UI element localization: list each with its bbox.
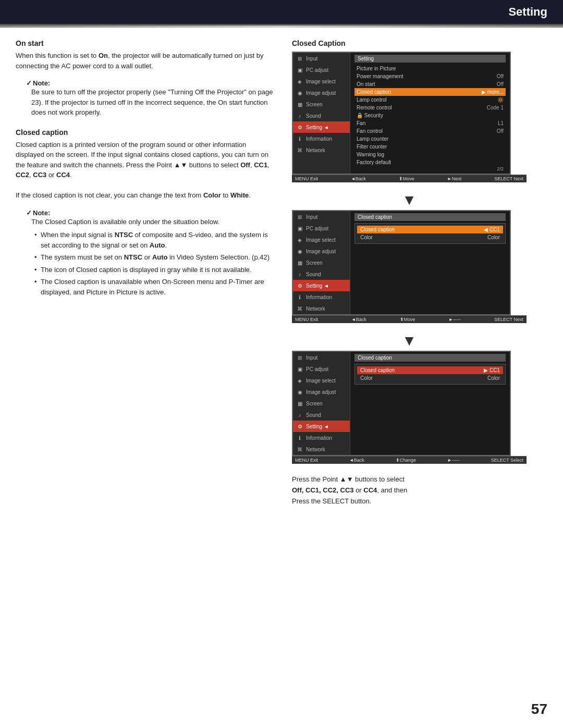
setting-icon: ⚙ xyxy=(296,124,303,131)
pc-adjust-icon: ▣ xyxy=(296,66,303,73)
network-icon-1: ⌘ xyxy=(296,146,303,154)
press-note-line2: Off xyxy=(292,486,302,494)
sidebar-network-1: ⌘Network xyxy=(293,144,350,156)
osd-section-1: Closed Caption ⊞Input ▣PC adjust ◈Image … xyxy=(292,39,527,182)
osd-row-security: 🔒 Security xyxy=(354,112,506,119)
sidebar-setting-active-2: ⚙Setting ◄ xyxy=(293,280,350,291)
sidebar-image-select-2: ◈Image select xyxy=(293,234,350,245)
osd-row-on-start: On startOff xyxy=(354,80,506,88)
footer-move-3: ⬆Change xyxy=(396,458,417,463)
sidebar-screen-3: ▦Screen xyxy=(293,398,350,409)
osd-row-fan: FanL1 xyxy=(354,119,506,127)
osd-content-title-3: Closed caption xyxy=(354,354,506,362)
osd-row-fan-control: Fan controlOff xyxy=(354,127,506,135)
sidebar-image-select-3: ◈Image select xyxy=(293,375,350,386)
image-adjust-icon: ◉ xyxy=(296,89,303,96)
sidebar-information-3: ℹInformation xyxy=(293,432,350,443)
bullet-2: The system must be set on NTSC or Auto i… xyxy=(34,252,276,263)
page-title: Setting xyxy=(508,5,547,18)
header-bar xyxy=(0,26,563,28)
osd-row-power: Power managementOff xyxy=(354,72,506,80)
footer-next-3: ►----- xyxy=(447,458,460,463)
note2-intro: The Closed Caption is available only und… xyxy=(31,217,276,227)
bullet-3: The icon of Closed caption is displayed … xyxy=(34,265,276,275)
osd-submenu-closed-caption-3: Closed caption▶ CC1 xyxy=(357,366,503,374)
on-start-note-body: Be sure to turn off the projector proper… xyxy=(31,87,276,118)
osd-row-factory-default: Factory default xyxy=(354,158,506,166)
osd-content-title-1: Setting xyxy=(354,55,506,63)
sidebar-screen-2: ▦Screen xyxy=(293,257,350,268)
osd-row-filter-counter: Filter counter xyxy=(354,143,506,151)
sidebar-image-adjust-2: ◉Image adjust xyxy=(293,245,350,257)
bullet-1: When the input signal is NTSC of composi… xyxy=(34,230,276,250)
footer-back-2: ◄Back xyxy=(351,317,366,322)
sidebar-network-2: ⌘Network xyxy=(293,303,350,314)
sidebar-sound: ♪Sound xyxy=(293,110,350,121)
osd-row-pip: Picture in Picture xyxy=(354,65,506,72)
sidebar-pc-adjust-2: ▣PC adjust xyxy=(293,223,350,234)
bullet-4: The Closed caption is unavailable when O… xyxy=(34,277,276,297)
osd-footer-1: MENU Exit ◄Back ⬆Move ►Next SELECT Next xyxy=(292,175,527,182)
footer-move-2: ⬆Move xyxy=(400,317,415,322)
notes-bullet-list: When the input signal is NTSC of composi… xyxy=(34,230,276,297)
press-note-line3: Press the SELECT button. xyxy=(292,497,371,505)
footer-exit-2: MENU Exit xyxy=(295,317,318,322)
sidebar-information: ℹInformation xyxy=(293,133,350,144)
osd-row-lamp-counter: Lamp counter xyxy=(354,135,506,143)
page-number: 57 xyxy=(531,701,547,718)
footer-select-3: SELECT Select xyxy=(491,458,523,463)
sidebar-pc-adjust-3: ▣PC adjust xyxy=(293,363,350,375)
footer-back-1: ◄Back xyxy=(351,176,366,181)
sidebar-network-3: ⌘Network xyxy=(293,443,350,455)
on-start-body: When this function is set to On, the pro… xyxy=(16,51,276,71)
footer-exit-3: MENU Exit xyxy=(295,458,318,463)
osd-submenu-3: Closed caption▶ CC1 ColorColor xyxy=(354,364,506,385)
osd-footer-3: MENU Exit ◄Back ⬆Change ►----- SELECT Se… xyxy=(292,456,527,464)
osd-submenu-2: Closed caption◀ CC1 ColorColor xyxy=(354,223,506,244)
osd-section-3: ⊞Input ▣PC adjust ◈Image select ◉Image a… xyxy=(292,351,527,464)
osd-submenu-closed-caption: Closed caption◀ CC1 xyxy=(357,226,503,233)
press-note: Press the Point ▲▼ buttons to select Off… xyxy=(292,474,527,507)
closed-caption-body: Closed caption is a printed version of t… xyxy=(16,140,276,201)
input-icon: ⊞ xyxy=(296,55,303,62)
osd-content-3: Closed caption Closed caption▶ CC1 Color… xyxy=(350,352,510,455)
sidebar-screen: ▦Screen xyxy=(293,98,350,110)
osd-submenu-color-3: ColorColor xyxy=(357,374,503,382)
osd-sidebar-1: ⊞Input ▣PC adjust ◈Image select ◉Image a… xyxy=(293,53,350,174)
osd-content-2: Closed caption Closed caption◀ CC1 Color… xyxy=(350,211,510,314)
sidebar-input: ⊞Input xyxy=(293,53,350,64)
page-header: Setting xyxy=(0,0,563,26)
footer-exit-1: MENU Exit xyxy=(295,176,318,181)
sidebar-image-select: ◈Image select xyxy=(293,76,350,87)
sidebar-information-2: ℹInformation xyxy=(293,291,350,303)
osd-content-title-2: Closed caption xyxy=(354,213,506,221)
sidebar-pc-adjust: ▣PC adjust xyxy=(293,64,350,76)
right-column: Closed Caption ⊞Input ▣PC adjust ◈Image … xyxy=(292,39,527,507)
sidebar-sound-2: ♪Sound xyxy=(293,268,350,280)
sidebar-image-adjust: ◉Image adjust xyxy=(293,87,350,98)
osd-row-remote: Remote controlCode 1 xyxy=(354,104,506,112)
osd-menu-2: ⊞Input ▣PC adjust ◈Image select ◉Image a… xyxy=(292,210,511,315)
osd-sidebar-2: ⊞Input ▣PC adjust ◈Image select ◉Image a… xyxy=(293,211,350,314)
osd-row-warning-log: Warning log xyxy=(354,151,506,158)
on-start-note-title: Note: xyxy=(26,79,276,87)
osd-sidebar-3: ⊞Input ▣PC adjust ◈Image select ◉Image a… xyxy=(293,352,350,455)
osd-content-1: Setting Picture in Picture Power managem… xyxy=(350,53,510,174)
footer-back-3: ◄Back xyxy=(349,458,364,463)
footer-select-2: SELECT Next xyxy=(494,317,523,322)
note2-title: Note: xyxy=(26,209,276,217)
footer-move-1: ⬆Move xyxy=(399,176,414,181)
closed-caption-note: Note: The Closed Caption is available on… xyxy=(26,209,276,298)
osd-submenu-color: ColorColor xyxy=(357,233,503,241)
footer-next-2: ►----- xyxy=(448,317,461,322)
osd-menu-1: ⊞Input ▣PC adjust ◈Image select ◉Image a… xyxy=(292,52,511,175)
footer-next-1: ►Next xyxy=(447,176,461,181)
image-select-icon: ◈ xyxy=(296,78,303,85)
sidebar-setting-active: ⚙Setting ◄ xyxy=(293,121,350,133)
footer-select-1: SELECT Next xyxy=(494,176,523,181)
osd-footer-2: MENU Exit ◄Back ⬆Move ►----- SELECT Next xyxy=(292,315,527,323)
osd-page-indicator-1: 2/2 xyxy=(354,166,506,171)
arrow-down-1: ▼ xyxy=(292,193,527,207)
sound-icon: ♪ xyxy=(296,112,303,119)
osd-menu-3: ⊞Input ▣PC adjust ◈Image select ◉Image a… xyxy=(292,351,511,456)
